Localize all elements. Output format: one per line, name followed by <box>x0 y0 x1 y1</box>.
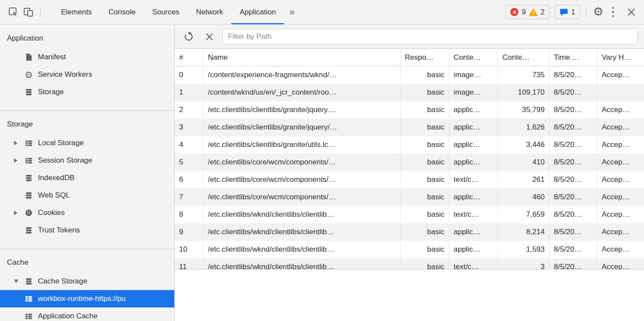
cell-response-type: basic <box>400 84 449 101</box>
table-row[interactable]: 10/etc.clientlibs/wknd/clientlibs/client… <box>175 241 644 258</box>
sidebar-item-storage[interactable]: Storage <box>0 83 174 101</box>
sidebar-item-web-sql[interactable]: Web SQL <box>0 187 174 204</box>
sidebar-item-local-storage[interactable]: Local Storage <box>0 134 174 152</box>
sidebar-item-indexeddb[interactable]: IndexedDB <box>0 169 174 187</box>
grid-header: #NameRespo…Conte…Conte…Time …Vary H… <box>175 49 644 66</box>
table-row[interactable]: 2/etc.clientlibs/clientlibs/granite/jque… <box>175 101 644 119</box>
table-row[interactable]: 3/etc.clientlibs/clientlibs/granite/jque… <box>175 119 644 136</box>
sidebar-item-service-workers[interactable]: ⚙Service Workers <box>0 66 174 83</box>
filter-by-path-input[interactable] <box>222 29 637 44</box>
database-icon <box>24 174 34 182</box>
cell-response-type: basic <box>400 171 449 188</box>
tab-console[interactable]: Console <box>100 0 144 24</box>
inspect-element-button[interactable] <box>6 5 21 20</box>
cell-name: /etc.clientlibs/wknd/clientlibs/clientli… <box>203 241 400 258</box>
cell-num: 3 <box>175 119 203 136</box>
chevron-right-icon[interactable] <box>14 211 24 215</box>
grid-body: 0/content/experience-fragments/wknd/…bas… <box>175 66 644 270</box>
settings-button[interactable]: ⚙ <box>591 5 606 20</box>
sidebar-item-cache-storage[interactable]: Cache Storage <box>0 273 174 290</box>
toolbar-divider <box>586 6 586 18</box>
section-title-storage: Storage <box>0 111 174 134</box>
sidebar-item-label: workbox-runtime-https://pu <box>38 294 125 303</box>
cell-time-cached: 8/5/20… <box>549 84 597 101</box>
table-row[interactable]: 6/etc.clientlibs/core/wcm/components/…ba… <box>175 171 644 188</box>
issues-messages-badge[interactable]: 1 <box>555 5 580 19</box>
cell-time-cached: 8/5/20… <box>549 101 597 119</box>
cell-content-length: 109,170 <box>498 84 549 101</box>
close-devtools-button[interactable] <box>624 5 639 20</box>
cell-time-cached: 8/5/20… <box>549 66 597 84</box>
top-toolbar: ElementsConsoleSourcesNetworkApplication… <box>0 0 644 24</box>
sidebar-item-manifest[interactable]: Manifest <box>0 48 174 66</box>
delete-selected-button[interactable] <box>202 29 217 44</box>
cell-name: /etc.clientlibs/wknd/clientlibs/clientli… <box>203 206 400 223</box>
status-badges: × 9 2 1 <box>500 5 639 20</box>
console-errors-warnings-badge[interactable]: × 9 2 <box>505 5 549 19</box>
chevron-right-icon[interactable] <box>14 141 24 145</box>
column-header-content-length[interactable]: Conte… <box>498 49 549 66</box>
sidebar-section-storage: StorageLocal StorageSession StorageIndex… <box>0 110 174 249</box>
column-header-name[interactable]: Name <box>203 49 400 66</box>
sidebar-item-cookies[interactable]: Cookies <box>0 204 174 222</box>
cell-content-length: 3,446 <box>498 136 549 154</box>
column-header-response-type[interactable]: Respo… <box>400 49 449 66</box>
cell-num: 11 <box>175 258 203 270</box>
chevron-down-icon[interactable] <box>14 280 24 283</box>
cell-vary-header: Accep… <box>597 136 644 154</box>
cell-response-type: basic <box>400 66 449 84</box>
sidebar-item-workbox-runtime-https-pu[interactable]: workbox-runtime-https://pu <box>0 290 174 307</box>
sidebar-item-label: Session Storage <box>38 156 92 165</box>
cell-time-cached: 8/5/20… <box>549 119 597 136</box>
devtools-menu-button[interactable] <box>606 5 620 20</box>
cell-vary-header: Accep… <box>597 101 644 119</box>
refresh-button[interactable] <box>181 29 196 44</box>
cell-response-type: basic <box>400 136 449 154</box>
cache-entries-grid: #NameRespo…Conte…Conte…Time …Vary H… 0/c… <box>175 49 644 270</box>
sidebar-item-trust-tokens[interactable]: Trust Tokens <box>0 222 174 239</box>
table-row[interactable]: 0/content/experience-fragments/wknd/…bas… <box>175 66 644 84</box>
error-icon: × <box>510 8 519 16</box>
cell-response-type: basic <box>400 241 449 258</box>
section-title-application: Application <box>0 25 174 48</box>
table-row[interactable]: 5/etc.clientlibs/core/wcm/components/…ba… <box>175 154 644 171</box>
cell-content-length: 410 <box>498 154 549 171</box>
chevron-right-icon[interactable] <box>14 158 24 163</box>
table-row[interactable]: 4/etc.clientlibs/clientlibs/granite/util… <box>175 136 644 154</box>
cell-num: 0 <box>175 66 203 84</box>
cell-vary-header <box>597 84 644 101</box>
cell-time-cached: 8/5/20… <box>549 223 597 241</box>
error-count: 9 <box>522 8 525 16</box>
sidebar-item-application-cache[interactable]: Application Cache <box>0 307 174 321</box>
cell-content-type: applic… <box>449 223 498 241</box>
tab-sources[interactable]: Sources <box>144 0 187 24</box>
table-row[interactable]: 8/etc.clientlibs/wknd/clientlibs/clientl… <box>175 206 644 223</box>
table-row[interactable]: 11/etc.clientlibs/wknd/clientlibs/client… <box>175 258 644 270</box>
cell-vary-header: Accep… <box>597 171 644 188</box>
column-header-num[interactable]: # <box>175 49 203 66</box>
table-row[interactable]: 9/etc.clientlibs/wknd/clientlibs/clientl… <box>175 223 644 241</box>
clear-x-icon <box>205 32 214 41</box>
table-row[interactable]: 1/content/wknd/us/en/_jcr_content/roo…ba… <box>175 84 644 101</box>
cache-toolbar <box>175 25 644 49</box>
cell-time-cached: 8/5/20… <box>549 206 597 223</box>
sidebar-item-session-storage[interactable]: Session Storage <box>0 152 174 169</box>
tab-network[interactable]: Network <box>188 0 231 24</box>
cell-time-cached: 8/5/20… <box>549 136 597 154</box>
cell-content-type: applic… <box>449 119 498 136</box>
table-row[interactable]: 7/etc.clientlibs/core/wcm/components/…ba… <box>175 188 644 206</box>
toggle-device-toolbar-button[interactable] <box>21 5 36 20</box>
cell-num: 7 <box>175 188 203 206</box>
column-header-vary-header[interactable]: Vary H… <box>597 49 644 66</box>
cell-response-type: basic <box>400 258 449 270</box>
tab-application[interactable]: Application <box>231 0 284 24</box>
message-count: 1 <box>571 8 575 16</box>
cell-content-length: 3 <box>498 258 549 270</box>
sidebar-item-label: Trust Tokens <box>38 226 80 235</box>
sidebar-item-label: Storage <box>38 88 64 96</box>
column-header-time-cached[interactable]: Time … <box>549 49 597 66</box>
column-header-content-type[interactable]: Conte… <box>449 49 498 66</box>
more-tabs-button[interactable]: » <box>284 0 300 24</box>
device-toolbar-icon <box>23 7 34 18</box>
tab-elements[interactable]: Elements <box>53 0 100 24</box>
